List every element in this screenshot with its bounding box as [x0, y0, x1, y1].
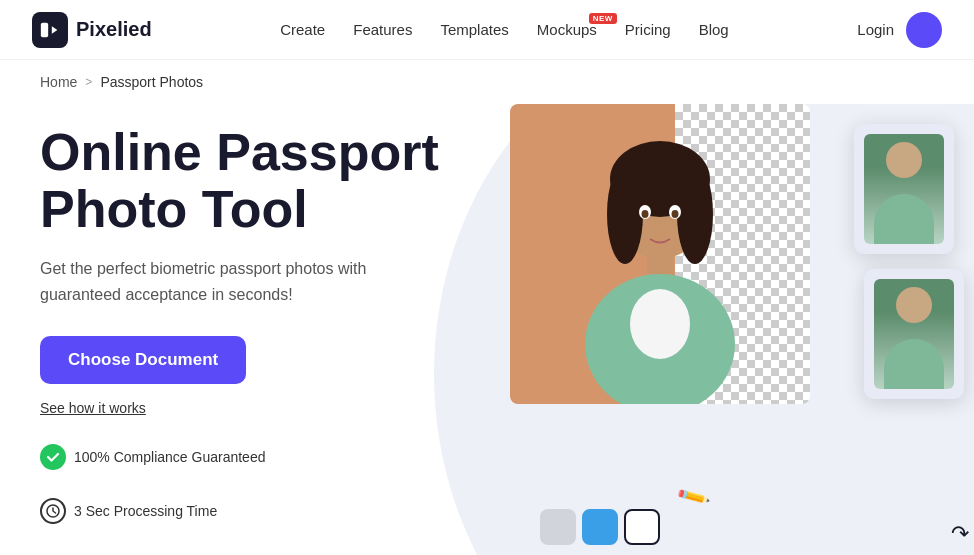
small-person-1 [864, 134, 944, 244]
nav-templates[interactable]: Templates [440, 21, 508, 38]
person-figure [550, 124, 770, 404]
color-swatches [540, 509, 660, 545]
logo[interactable]: Pixelied [32, 12, 152, 48]
breadcrumb-home[interactable]: Home [40, 74, 77, 90]
see-how-link[interactable]: See how it works [40, 400, 440, 416]
svg-point-11 [642, 210, 649, 218]
small-head-1 [886, 142, 922, 178]
swatch-gray[interactable] [540, 509, 576, 545]
nav-blog[interactable]: Blog [699, 21, 729, 38]
passport-main-card [510, 104, 810, 404]
navbar: Pixelied Create Features Templates Mocku… [0, 0, 974, 60]
svg-point-5 [677, 164, 713, 264]
passport-small-card-1 [854, 124, 954, 254]
new-badge: NEW [589, 13, 617, 24]
clock-icon [40, 498, 66, 524]
passport-small-card-2 [864, 269, 964, 399]
hero-right: ✏️ ↷ [480, 104, 974, 555]
nav-right: Login [857, 12, 942, 48]
choose-document-button[interactable]: Choose Document [40, 336, 246, 384]
small-head-2 [896, 287, 932, 323]
nav-pricing[interactable]: Pricing [625, 21, 671, 38]
small-body-2 [884, 339, 944, 389]
feature-speed: 3 Sec Processing Time [40, 498, 217, 524]
small-body-1 [874, 194, 934, 244]
swatch-white[interactable] [624, 509, 660, 545]
nav-create[interactable]: Create [280, 21, 325, 38]
nav-links: Create Features Templates Mockups NEW Pr… [280, 21, 729, 38]
svg-rect-6 [647, 252, 673, 277]
nav-mockups[interactable]: Mockups NEW [537, 21, 597, 38]
curved-arrow-icon: ↷ [951, 521, 969, 547]
breadcrumb-current: Passport Photos [100, 74, 203, 90]
small-person-2 [874, 279, 954, 389]
svg-rect-0 [41, 22, 48, 37]
speed-text: 3 Sec Processing Time [74, 503, 217, 519]
main-content: Online Passport Photo Tool Get the perfe… [0, 104, 974, 555]
svg-point-8 [630, 289, 690, 359]
feature-compliance: 100% Compliance Guaranteed [40, 444, 265, 470]
compliance-text: 100% Compliance Guaranteed [74, 449, 265, 465]
swatch-blue[interactable] [582, 509, 618, 545]
hero-subtitle: Get the perfect biometric passport photo… [40, 256, 380, 307]
breadcrumb: Home > Passport Photos [0, 60, 974, 104]
hero-title: Online Passport Photo Tool [40, 124, 440, 238]
breadcrumb-separator: > [85, 75, 92, 89]
check-icon [40, 444, 66, 470]
login-link[interactable]: Login [857, 21, 894, 38]
hero-left: Online Passport Photo Tool Get the perfe… [0, 104, 480, 555]
logo-icon [32, 12, 68, 48]
features-row: 100% Compliance Guaranteed 3 Sec Process… [40, 444, 440, 524]
svg-point-12 [672, 210, 679, 218]
user-avatar[interactable] [906, 12, 942, 48]
logo-text: Pixelied [76, 18, 152, 41]
nav-features[interactable]: Features [353, 21, 412, 38]
svg-point-4 [607, 164, 643, 264]
